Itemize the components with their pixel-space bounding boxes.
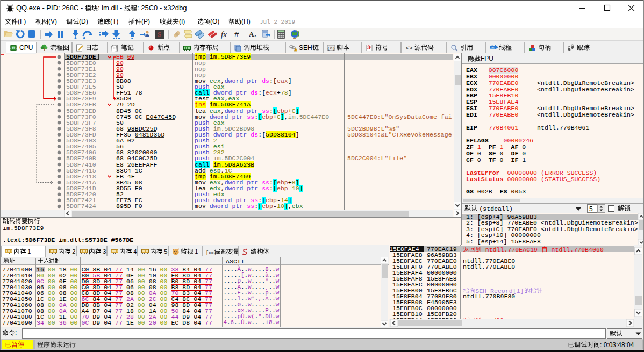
svg-text:fx: fx — [221, 30, 227, 39]
svg-text:A: A — [249, 30, 254, 38]
svg-text:S: S — [158, 30, 161, 38]
svg-text:!: ! — [295, 48, 296, 52]
svg-text:<>: <> — [405, 45, 412, 52]
svg-text:32: 32 — [12, 47, 16, 50]
svg-text:z: z — [254, 33, 256, 38]
svg-text:#: # — [234, 30, 239, 39]
svg-text:{o}: {o} — [327, 46, 335, 51]
